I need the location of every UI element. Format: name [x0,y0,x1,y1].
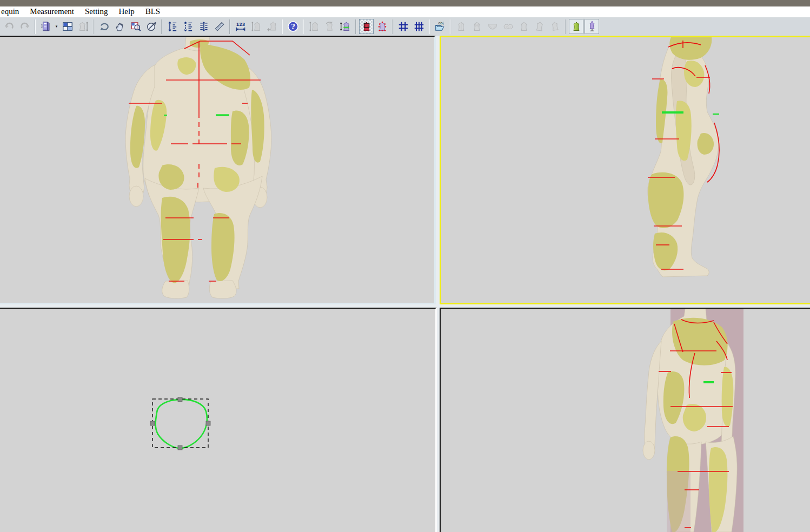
measure-segment-button[interactable] [181,19,195,34]
toolbar-separator [93,19,94,34]
menu-item-setting[interactable]: Setting [79,7,114,16]
undo-button [2,19,16,34]
toolbar-separator [565,19,566,34]
body-trim-button [322,19,337,34]
torso-back-button [454,19,468,34]
toolbar-separator [355,19,356,34]
toolbar-separator [35,19,36,34]
measure-compare-button[interactable] [196,19,211,34]
front-view-body [0,37,434,303]
extract-section-button[interactable] [359,19,374,34]
svg-text:123: 123 [236,22,245,27]
add-body-button [264,19,279,34]
section-curve [156,400,207,448]
application-window: equinMeasurementSettingHelpBLS ▼123?.obj [0,0,810,532]
grid-button[interactable] [396,19,410,34]
toolbar-separator [282,19,283,34]
toolbar-separator [303,19,304,34]
rotate-3d-button[interactable] [144,19,158,34]
grid-dense-button[interactable] [411,19,426,34]
menu-item-help[interactable]: Help [113,7,140,16]
selection-handle-right[interactable] [206,421,210,425]
menu-item-bls[interactable]: BLS [140,7,166,16]
body-pose-2-button [532,19,547,34]
viewport-layout-button[interactable] [60,19,75,34]
body-waist-level-button[interactable] [338,19,353,34]
selection-handle-top[interactable] [178,397,182,402]
viewport-workspace [0,36,810,532]
body-height-button [76,19,90,34]
menu-item-equin[interactable]: equin [0,7,24,16]
open-model-button-dropdown[interactable]: ▼ [54,19,59,34]
selection-handle-bottom[interactable] [178,445,182,450]
body-height-measure-button [307,19,321,34]
selection-handle-left[interactable] [150,421,155,425]
selection-box[interactable] [152,399,208,448]
body-pose-1-button [516,19,531,34]
body-dimension-button [249,19,263,34]
perspective-view-pane[interactable] [440,308,810,532]
toolbar-separator [450,19,451,34]
show-scan-button[interactable] [569,19,583,34]
cross-section-canvas [0,309,435,532]
landmarks-button[interactable] [375,19,389,34]
menu-item-measurement[interactable]: Measurement [24,7,79,16]
side-view-body [441,37,810,303]
toolbar-separator [429,19,430,34]
brief-area-button [485,19,500,34]
ruler-button[interactable] [212,19,227,34]
front-view-pane[interactable] [0,36,436,304]
svg-text:?: ? [291,23,295,31]
zoom-region-button[interactable] [128,19,143,34]
side-view-pane[interactable] [440,36,810,304]
export-obj-button[interactable]: .obj [433,19,447,34]
pan-view-button[interactable] [112,19,127,34]
toolbar-separator [392,19,393,34]
svg-text:.obj: .obj [437,21,443,25]
help-button[interactable]: ? [286,19,300,34]
menu-bar: equinMeasurementSettingHelpBLS [0,6,810,17]
cross-section-pane[interactable] [0,308,437,532]
measure-values-button[interactable]: 123 [233,19,248,34]
toolbar-separator [229,19,230,34]
title-bar [0,0,810,6]
toolbar: ▼123?.obj [0,17,810,36]
redo-button [17,19,32,34]
body-pose-3-button [548,19,562,34]
toolbar-separator [161,19,162,34]
torso-front-button [469,19,484,34]
measure-height-button[interactable] [165,19,180,34]
show-mannequin-button[interactable] [585,19,599,34]
open-model-button[interactable] [38,19,53,34]
bust-area-button [501,19,515,34]
perspective-view-body [441,309,810,532]
rotate-view-button[interactable] [97,19,111,34]
